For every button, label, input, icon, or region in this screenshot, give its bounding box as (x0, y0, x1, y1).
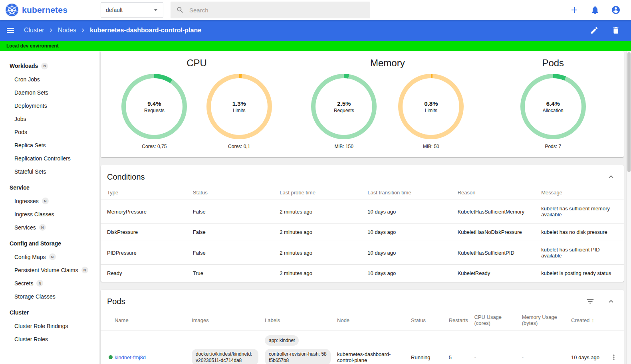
sidebar-header-label: Workloads (10, 63, 38, 69)
donut-footer: Cores: 0,75 (121, 144, 188, 149)
namespace-selector[interactable]: default (101, 2, 163, 18)
vertical-scrollbar[interactable] (626, 51, 631, 364)
table-row: Ready True 2 minutes ago 10 days ago Kub… (101, 265, 624, 282)
breadcrumb-nodes[interactable]: Nodes (58, 27, 76, 34)
environment-banner: Local dev environment (0, 41, 631, 51)
pod-name-cell: kindnet-fmj8d (115, 330, 189, 364)
kubernetes-dashboard: kubernetes default Cluster (0, 0, 631, 364)
pods-table: Name Images Labels Node Status Restarts … (101, 310, 624, 364)
scrollbar-thumb[interactable] (627, 52, 631, 172)
global-search[interactable] (171, 2, 370, 18)
sidebar-item-replica-sets[interactable]: Replica Sets (0, 138, 99, 152)
col-row-menu (606, 310, 624, 330)
sidebar-header-label: Cluster (10, 309, 29, 316)
sidebar-item-replication-controllers[interactable]: Replication Controllers (0, 152, 99, 165)
namespace-value: default (106, 7, 123, 13)
sidebar-item-deployments[interactable]: Deployments (0, 99, 99, 112)
pods-card: Pods (101, 290, 624, 364)
pod-images-cell: docker.io/kindest/kindnetd:v20230511-dc7… (189, 330, 262, 364)
environment-banner-text: Local dev environment (6, 43, 59, 49)
condition-message: kubelet has sufficient memory available (535, 200, 624, 224)
search-input[interactable] (189, 7, 365, 14)
condition-type: MemoryPressure (101, 200, 187, 224)
sidebar-item-cluster-roles[interactable]: Cluster Roles (0, 332, 99, 346)
sidebar-item-pods[interactable]: Pods (0, 125, 99, 138)
sidebar-item-services[interactable]: Services N (0, 221, 99, 234)
sidebar-item-secrets[interactable]: Secrets N (0, 277, 99, 290)
edit-resource-button[interactable] (589, 26, 599, 35)
row-menu-button[interactable] (609, 352, 619, 362)
search-icon (176, 6, 184, 14)
col-reason: Reason (451, 186, 535, 200)
sidebar-item-cron-jobs[interactable]: Cron Jobs (0, 73, 99, 86)
donut-kind: Requests (334, 108, 354, 113)
action-bar: Cluster Nodes kubernetes-dashboard-contr… (0, 20, 631, 41)
donut-footer: Cores: 0,1 (206, 144, 273, 149)
sidebar-item-label: Config Maps (14, 254, 46, 260)
condition-probe-time: 2 minutes ago (273, 224, 361, 241)
cards-column: CPU 9.4% Requests Cores: 0,75 (99, 51, 626, 364)
sidebar-item-ingress-classes[interactable]: Ingress Classes (0, 208, 99, 221)
sidebar-item-label: Jobs (14, 116, 26, 122)
donut-kind: Allocation (543, 108, 564, 113)
sidebar-item-daemon-sets[interactable]: Daemon Sets (0, 86, 99, 99)
condition-type: DiskPressure (101, 224, 187, 241)
col-status-dot (101, 310, 115, 330)
sidebar-header-label: Service (10, 184, 30, 191)
conditions-table: Type Status Last probe time Last transit… (101, 186, 624, 282)
pods-group-title: Pods (485, 57, 621, 69)
account-button[interactable] (611, 5, 621, 15)
col-message: Message (535, 186, 624, 200)
sidebar-item-config-maps[interactable]: Config Maps N (0, 250, 99, 263)
menu-toggle-button[interactable] (6, 26, 15, 35)
donut-percent: 1.3% (232, 100, 246, 107)
sidebar-item-ingresses[interactable]: Ingresses N (0, 194, 99, 208)
chevron-down-icon (152, 6, 160, 14)
condition-reason: KubeletHasSufficientPID (451, 241, 535, 265)
breadcrumb-cluster[interactable]: Cluster (24, 27, 44, 34)
donut-memory-limits: 0.8% Limits MiB: 50 (397, 74, 464, 149)
condition-probe-time: 2 minutes ago (273, 241, 361, 265)
condition-status: False (187, 200, 273, 224)
col-created-sort[interactable]: Created↑ (568, 310, 606, 330)
sidebar-section-cluster: Cluster Cluster Role Bindings Cluster Ro… (0, 306, 99, 346)
collapse-conditions-button[interactable] (606, 172, 616, 182)
donut-ring: 1.3% Limits (206, 74, 272, 139)
donut-ring: 9.4% Requests (121, 74, 187, 139)
status-ok-dot (109, 355, 113, 359)
condition-type: PIDPressure (101, 241, 187, 265)
create-resource-button[interactable] (569, 5, 579, 15)
donut-footer: MiB: 50 (397, 144, 464, 149)
col-cpu-usage: CPU Usage (cores) (471, 310, 518, 330)
donut-pods-allocation: 6.4% Allocation Pods: 7 (520, 74, 587, 149)
sidebar-section-workloads: Workloads N Cron Jobs Daemon Sets Deploy… (0, 59, 99, 178)
chevron-up-icon (607, 172, 615, 181)
collapse-pods-button[interactable] (606, 297, 616, 306)
sidebar-nav: Workloads N Cron Jobs Daemon Sets Deploy… (0, 51, 99, 364)
brand-wordmark: kubernetes (22, 5, 67, 15)
delete-resource-button[interactable] (611, 26, 621, 35)
conditions-header-row: Type Status Last probe time Last transit… (101, 186, 624, 200)
memory-allocation-group: Memory 2.5% Requests MiB: 150 (290, 55, 484, 149)
sidebar-item-jobs[interactable]: Jobs (0, 112, 99, 125)
col-labels: Labels (262, 310, 334, 330)
condition-type: Ready (101, 265, 187, 282)
notifications-button[interactable] (590, 5, 600, 15)
main-content: CPU 9.4% Requests Cores: 0,75 (99, 51, 631, 364)
pod-name-link[interactable]: kindnet-fmj8d (115, 354, 146, 360)
sidebar-item-storage-classes[interactable]: Storage Classes (0, 290, 99, 303)
sidebar-item-label: Daemon Sets (14, 89, 48, 96)
sidebar-item-cluster-role-bindings[interactable]: Cluster Role Bindings (0, 319, 99, 332)
filter-pods-button[interactable] (585, 297, 595, 306)
namespaced-badge: N (81, 267, 88, 273)
table-row: DiskPressure False 2 minutes ago 10 days… (101, 224, 624, 241)
donut-cpu-limits: 1.3% Limits Cores: 0,1 (206, 74, 273, 149)
topbar-actions (569, 5, 631, 15)
top-bar: kubernetes default (0, 0, 631, 20)
sidebar-header-cluster: Cluster (0, 306, 99, 319)
sidebar-item-stateful-sets[interactable]: Stateful Sets (0, 165, 99, 178)
sidebar-item-label: Persistent Volume Claims (14, 267, 78, 273)
pod-cpu-usage-cell: - (471, 330, 518, 364)
kubernetes-brand[interactable]: kubernetes (0, 4, 101, 16)
sidebar-item-persistent-volume-claims[interactable]: Persistent Volume Claims N (0, 263, 99, 277)
